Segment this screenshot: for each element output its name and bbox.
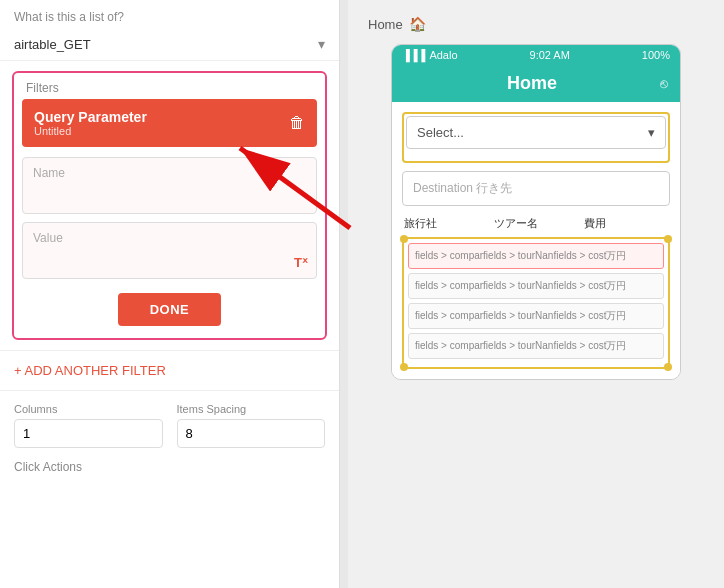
spacing-input[interactable] <box>177 419 326 448</box>
select-highlight-box: Select... ▾ <box>402 112 670 163</box>
value-field-box: Value Tˣ <box>22 222 317 279</box>
destination-input[interactable]: Destination 行き先 <box>402 171 670 206</box>
chevron-down-icon: ▾ <box>318 36 325 52</box>
filters-label: Filters <box>14 73 325 99</box>
phone-mockup: ▐▐▐ Adalo 9:02 AM 100% Home ⎋ Select... … <box>391 44 681 380</box>
columns-input[interactable] <box>14 419 163 448</box>
click-actions-label: Click Actions <box>14 460 325 474</box>
api-value: airtable_GET <box>14 37 91 52</box>
table-header-3: 費用 <box>584 216 668 231</box>
name-field-box: Name <box>22 157 317 214</box>
value-label: Value <box>33 231 306 245</box>
table-header-2: ツアー名 <box>494 216 578 231</box>
phone-header: Home ⎋ <box>392 65 680 102</box>
query-param-bar: Query Parameter Untitled 🗑 <box>22 99 317 147</box>
battery-status: 100% <box>642 49 670 61</box>
breadcrumb-home-text: Home <box>368 17 403 32</box>
list-label: What is this a list of? <box>0 0 339 28</box>
spacing-label: Items Spacing <box>177 403 326 415</box>
select-placeholder: Select... <box>417 125 464 140</box>
value-input[interactable] <box>33 249 306 264</box>
two-col-row: Columns Items Spacing <box>14 403 325 448</box>
select-dropdown[interactable]: Select... ▾ <box>406 116 666 149</box>
table-header-1: 旅行社 <box>404 216 488 231</box>
name-input[interactable] <box>33 184 306 199</box>
trash-icon[interactable]: 🗑 <box>289 114 305 132</box>
done-button[interactable]: DONE <box>118 293 222 326</box>
status-time: 9:02 AM <box>530 49 570 61</box>
corner-dot-tl <box>400 235 408 243</box>
breadcrumb: Home 🏠 <box>368 16 704 32</box>
table-row-1: fields > comparfields > tourNanfields > … <box>408 243 664 269</box>
table-row-3: fields > comparfields > tourNanfields > … <box>408 303 664 329</box>
table-area: fields > comparfields > tourNanfields > … <box>402 237 670 369</box>
left-panel: What is this a list of? airtable_GET ▾ F… <box>0 0 340 588</box>
query-param-subtitle: Untitled <box>34 125 147 137</box>
phone-status-bar: ▐▐▐ Adalo 9:02 AM 100% <box>392 45 680 65</box>
corner-dot-tr <box>664 235 672 243</box>
table-row-4: fields > comparfields > tourNanfields > … <box>408 333 664 359</box>
add-filter-button[interactable]: + ADD ANOTHER FILTER <box>0 350 339 390</box>
spacing-group: Items Spacing <box>177 403 326 448</box>
logout-icon: ⎋ <box>660 76 668 91</box>
carrier-name: Adalo <box>429 49 457 61</box>
columns-group: Columns <box>14 403 163 448</box>
api-dropdown[interactable]: airtable_GET ▾ <box>0 28 339 61</box>
home-icon: 🏠 <box>409 16 426 32</box>
right-panel: Home 🏠 ▐▐▐ Adalo 9:02 AM 100% Home ⎋ Sel… <box>348 0 724 588</box>
corner-dot-bl <box>400 363 408 371</box>
filter-container: Filters Query Parameter Untitled 🗑 Name … <box>12 71 327 340</box>
signal-icon: ▐▐▐ <box>402 49 425 61</box>
columns-label: Columns <box>14 403 163 415</box>
table-row-2: fields > comparfields > tourNanfields > … <box>408 273 664 299</box>
name-label: Name <box>33 166 306 180</box>
app-title: Home <box>507 73 557 94</box>
select-chevron-icon: ▾ <box>648 125 655 140</box>
panel-divider <box>340 0 348 588</box>
phone-content: Select... ▾ Destination 行き先 旅行社 ツアー名 費用 … <box>392 102 680 379</box>
tx-format-icon: Tˣ <box>294 255 308 270</box>
query-param-title: Query Parameter <box>34 109 147 125</box>
table-headers: 旅行社 ツアー名 費用 <box>402 216 670 231</box>
status-left: ▐▐▐ Adalo <box>402 49 458 61</box>
corner-dot-br <box>664 363 672 371</box>
bottom-section: Columns Items Spacing Click Actions <box>0 390 339 486</box>
query-param-info: Query Parameter Untitled <box>34 109 147 137</box>
